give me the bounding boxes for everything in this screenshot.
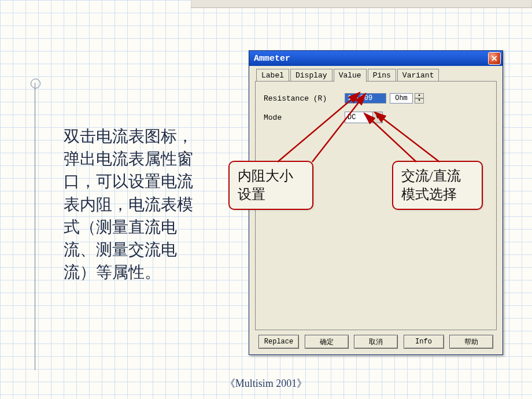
mode-row: Mode DC ▼ bbox=[264, 112, 488, 123]
mode-select[interactable]: DC ▼ bbox=[345, 112, 383, 123]
replace-button[interactable]: Replace bbox=[258, 335, 299, 349]
spinner-up-icon[interactable]: ▲ bbox=[415, 93, 424, 98]
spinner-down-icon[interactable]: ▼ bbox=[415, 98, 424, 104]
cancel-button[interactable]: 取消 bbox=[354, 335, 398, 349]
tab-variant[interactable]: Variant bbox=[397, 69, 439, 82]
tab-display[interactable]: Display bbox=[290, 69, 332, 82]
help-button[interactable]: 帮助 bbox=[449, 335, 493, 349]
dialog-body: Label Display Value Pins Variant Resista… bbox=[252, 68, 500, 352]
tab-label[interactable]: Label bbox=[256, 69, 289, 82]
tab-pins[interactable]: Pins bbox=[368, 69, 396, 82]
close-button[interactable]: ✕ bbox=[488, 52, 501, 65]
resistance-unit: Ohm bbox=[390, 93, 413, 104]
dialog-titlebar[interactable]: Ammeter ✕ bbox=[249, 51, 503, 66]
dialog-title: Ammeter bbox=[254, 54, 290, 64]
resistance-row: Resistance (R) 1e-009 Ohm ▲ ▼ bbox=[264, 93, 488, 104]
footer-title: 《Multisim 2001》 bbox=[0, 376, 532, 390]
ok-button[interactable]: 确定 bbox=[305, 335, 349, 349]
margin-circle bbox=[31, 79, 40, 88]
close-icon: ✕ bbox=[491, 54, 498, 63]
slide-body-text: 双击电流表图标，弹出电流表属性窗口，可以设置电流表内阻，电流表模式（测量直流电流… bbox=[64, 125, 205, 283]
margin-line bbox=[35, 83, 35, 370]
callout-resistance: 内阻大小 设置 bbox=[228, 161, 313, 210]
top-strip bbox=[191, 0, 532, 8]
slide-background: 双击电流表图标，弹出电流表属性窗口，可以设置电流表内阻，电流表模式（测量直流电流… bbox=[0, 0, 532, 399]
chevron-down-icon: ▼ bbox=[372, 112, 382, 123]
unit-spinner[interactable]: ▲ ▼ bbox=[415, 93, 424, 104]
info-button[interactable]: Info bbox=[404, 335, 444, 349]
tab-value[interactable]: Value bbox=[334, 69, 367, 82]
callout-mode: 交流/直流 模式选择 bbox=[392, 161, 483, 210]
mode-value: DC bbox=[345, 113, 372, 121]
dialog-button-row: Replace 确定 取消 Info 帮助 bbox=[255, 335, 497, 349]
mode-label: Mode bbox=[264, 113, 345, 122]
resistance-label: Resistance (R) bbox=[264, 94, 345, 103]
resistance-input[interactable]: 1e-009 bbox=[345, 93, 386, 104]
tab-strip: Label Display Value Pins Variant bbox=[252, 68, 500, 82]
